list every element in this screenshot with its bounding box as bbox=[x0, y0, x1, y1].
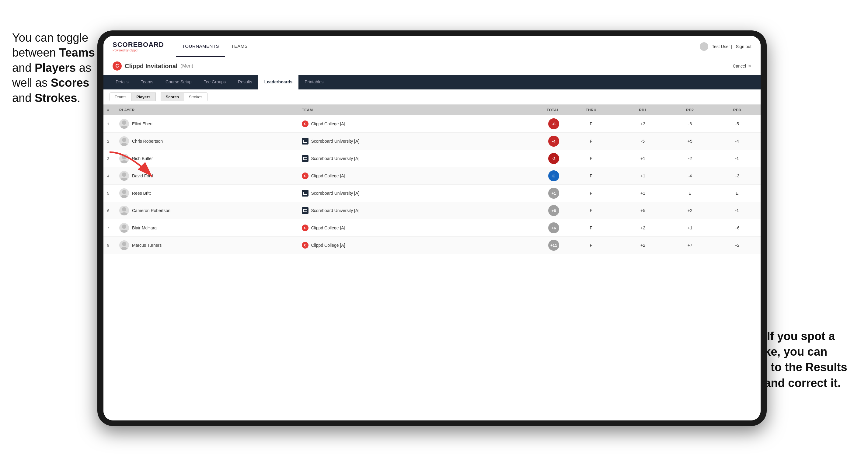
players-table: # PLAYER TEAM TOTAL THRU RD1 RD2 RD3 1 bbox=[103, 105, 761, 254]
cell-rd3: +2 bbox=[713, 237, 761, 254]
avatar bbox=[119, 240, 129, 250]
cell-rd3: -4 bbox=[713, 133, 761, 150]
svg-point-10 bbox=[121, 195, 128, 198]
cell-total: -8 bbox=[501, 115, 563, 133]
cell-player: Elliot Ebert bbox=[116, 115, 298, 133]
tournament-logo: C bbox=[113, 61, 122, 70]
team-name: Clippd College [A] bbox=[311, 243, 345, 248]
svg-point-1 bbox=[122, 121, 126, 125]
player-name: Blair McHarg bbox=[132, 225, 157, 230]
cell-rank: 1 bbox=[103, 115, 116, 133]
nav-links: TOURNAMENTS TEAMS bbox=[176, 36, 700, 57]
top-nav-right: Test User | Sign out bbox=[700, 42, 751, 51]
svg-point-14 bbox=[121, 230, 128, 233]
logo: SCOREBOARD Powered by clippd bbox=[113, 41, 164, 52]
logo-brand: clippd bbox=[130, 49, 137, 52]
cell-player: Blair McHarg bbox=[116, 219, 298, 237]
cell-team: Scoreboard University [A] bbox=[298, 185, 500, 202]
cell-rd2: E bbox=[666, 185, 713, 202]
avatar bbox=[119, 188, 129, 198]
team-name: Scoreboard University [A] bbox=[311, 156, 359, 161]
cell-rd3: E bbox=[713, 185, 761, 202]
score-badge: +11 bbox=[548, 240, 559, 251]
player-name: Marcus Turners bbox=[132, 243, 161, 248]
cell-rd2: +5 bbox=[666, 133, 713, 150]
cell-rd3: +6 bbox=[713, 219, 761, 237]
team-name: Clippd College [A] bbox=[311, 121, 345, 126]
table-row: 2 Chris Robertson Scoreboard University … bbox=[103, 133, 761, 150]
logo-sub-prefix: Powered by bbox=[113, 49, 130, 52]
table-row: 1 Elliot Ebert CClippd College [A]-8F+3-… bbox=[103, 115, 761, 133]
tab-printables[interactable]: Printables bbox=[299, 75, 330, 89]
cell-thru: F bbox=[563, 202, 619, 219]
table-row: 4 David Ford CClippd College [A]EF+1-4+3 bbox=[103, 167, 761, 185]
score-badge: -4 bbox=[548, 136, 559, 147]
cell-thru: F bbox=[563, 133, 619, 150]
team-logo-clippd: C bbox=[302, 224, 309, 231]
sub-tab-scores[interactable]: Scores bbox=[161, 92, 184, 101]
team-logo-sb bbox=[302, 207, 309, 214]
tab-tee-groups[interactable]: Tee Groups bbox=[198, 75, 232, 89]
sub-tab-strokes[interactable]: Strokes bbox=[184, 92, 208, 101]
cell-rd1: +1 bbox=[619, 185, 666, 202]
col-thru: THRU bbox=[563, 105, 619, 115]
cell-rank: 2 bbox=[103, 133, 116, 150]
tab-leaderboards[interactable]: Leaderboards bbox=[258, 75, 299, 89]
cell-rd1: +2 bbox=[619, 219, 666, 237]
cell-rd1: +5 bbox=[619, 202, 666, 219]
cell-team: Scoreboard University [A] bbox=[298, 202, 500, 219]
leaderboard-table: # PLAYER TEAM TOTAL THRU RD1 RD2 RD3 1 bbox=[103, 105, 761, 421]
table-body: 1 Elliot Ebert CClippd College [A]-8F+3-… bbox=[103, 115, 761, 254]
cell-rank: 6 bbox=[103, 202, 116, 219]
team-name: Scoreboard University [A] bbox=[311, 208, 359, 213]
cell-total: E bbox=[501, 167, 563, 185]
col-rd1: RD1 bbox=[619, 105, 666, 115]
cell-team: CClippd College [A] bbox=[298, 115, 500, 133]
nav-tournaments[interactable]: TOURNAMENTS bbox=[176, 36, 225, 57]
svg-point-13 bbox=[122, 224, 126, 229]
svg-point-3 bbox=[122, 138, 126, 142]
cell-thru: F bbox=[563, 237, 619, 254]
table-row: 3 Rich Butler Scoreboard University [A]-… bbox=[103, 150, 761, 167]
cancel-button[interactable]: Cancel ✕ bbox=[733, 64, 751, 68]
tab-results[interactable]: Results bbox=[232, 75, 258, 89]
tablet-frame: SCOREBOARD Powered by clippd TOURNAMENTS… bbox=[97, 30, 767, 426]
cell-rd3: -1 bbox=[713, 202, 761, 219]
cell-total: -2 bbox=[501, 150, 563, 167]
col-rd2: RD2 bbox=[666, 105, 713, 115]
sub-tab-players[interactable]: Players bbox=[131, 92, 155, 101]
team-logo-sb bbox=[302, 138, 309, 145]
tab-details[interactable]: Details bbox=[110, 75, 135, 89]
cell-rd2: -4 bbox=[666, 167, 713, 185]
tournament-header: C Clippd Invitational (Men) Cancel ✕ bbox=[103, 57, 761, 75]
table-row: 6 Cameron Robertson Scoreboard Universit… bbox=[103, 202, 761, 219]
cell-total: +6 bbox=[501, 219, 563, 237]
left-annotation: You can toggle between Teams and Players… bbox=[12, 30, 97, 105]
close-icon: ✕ bbox=[748, 64, 751, 68]
nav-teams[interactable]: TEAMS bbox=[225, 36, 254, 57]
sign-out-link[interactable]: Sign out bbox=[736, 44, 751, 49]
cell-rd3: +3 bbox=[713, 167, 761, 185]
score-badge: E bbox=[548, 170, 559, 181]
annotation-arrow bbox=[103, 149, 164, 186]
tab-teams[interactable]: Teams bbox=[135, 75, 159, 89]
cell-rd1: +2 bbox=[619, 237, 666, 254]
cell-rd1: +3 bbox=[619, 115, 666, 133]
table-row: 5 Rees Britt Scoreboard University [A]+1… bbox=[103, 185, 761, 202]
team-logo-clippd: C bbox=[302, 121, 309, 127]
cell-rank: 7 bbox=[103, 219, 116, 237]
avatar bbox=[119, 206, 129, 215]
team-logo-clippd: C bbox=[302, 242, 309, 249]
score-badge: +1 bbox=[548, 188, 559, 199]
tab-course-setup[interactable]: Course Setup bbox=[159, 75, 198, 89]
tournament-name: Clippd Invitational bbox=[125, 63, 177, 70]
sub-tab-teams[interactable]: Teams bbox=[110, 92, 131, 101]
cell-rd3: -5 bbox=[713, 115, 761, 133]
cell-team: CClippd College [A] bbox=[298, 219, 500, 237]
score-badge: -2 bbox=[548, 153, 559, 164]
cell-total: +11 bbox=[501, 237, 563, 254]
svg-point-16 bbox=[121, 247, 128, 250]
score-badge: +6 bbox=[548, 222, 559, 234]
cell-team: Scoreboard University [A] bbox=[298, 150, 500, 167]
cell-player: Cameron Robertson bbox=[116, 202, 298, 219]
